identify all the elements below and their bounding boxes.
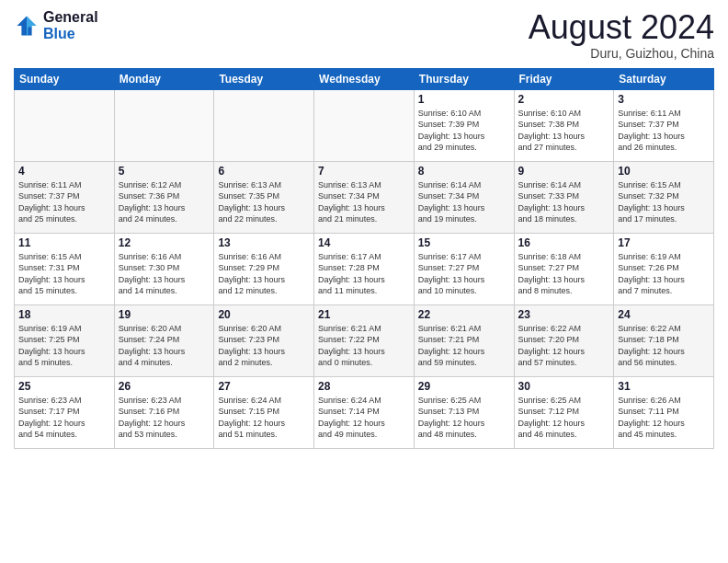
day-info: Sunrise: 6:21 AM Sunset: 7:22 PM Dayligh…	[318, 323, 410, 369]
calendar-cell: 25Sunrise: 6:23 AM Sunset: 7:17 PM Dayli…	[15, 376, 115, 448]
day-number: 22	[418, 308, 510, 321]
day-info: Sunrise: 6:20 AM Sunset: 7:24 PM Dayligh…	[119, 323, 210, 369]
day-info: Sunrise: 6:13 AM Sunset: 7:35 PM Dayligh…	[218, 179, 310, 225]
calendar-cell: 31Sunrise: 6:26 AM Sunset: 7:11 PM Dayli…	[614, 376, 714, 448]
day-info: Sunrise: 6:25 AM Sunset: 7:12 PM Dayligh…	[518, 395, 610, 441]
day-info: Sunrise: 6:21 AM Sunset: 7:21 PM Dayligh…	[418, 323, 510, 369]
day-number: 16	[518, 236, 610, 249]
weekday-friday: Friday	[514, 68, 614, 89]
calendar-cell: 19Sunrise: 6:20 AM Sunset: 7:24 PM Dayli…	[114, 304, 214, 376]
calendar-cell: 23Sunrise: 6:22 AM Sunset: 7:20 PM Dayli…	[514, 304, 614, 376]
calendar-cell: 4Sunrise: 6:11 AM Sunset: 7:37 PM Daylig…	[15, 161, 115, 233]
day-info: Sunrise: 6:13 AM Sunset: 7:34 PM Dayligh…	[318, 179, 410, 225]
day-number: 24	[618, 308, 710, 321]
day-number: 29	[418, 380, 510, 393]
calendar-cell: 15Sunrise: 6:17 AM Sunset: 7:27 PM Dayli…	[414, 233, 514, 304]
logo: General Blue	[14, 9, 98, 42]
day-info: Sunrise: 6:23 AM Sunset: 7:16 PM Dayligh…	[119, 395, 210, 441]
calendar-body: 1Sunrise: 6:10 AM Sunset: 7:39 PM Daylig…	[15, 89, 714, 448]
day-number: 13	[218, 236, 310, 249]
calendar-cell: 1Sunrise: 6:10 AM Sunset: 7:39 PM Daylig…	[414, 89, 514, 161]
day-number: 14	[318, 236, 410, 249]
day-number: 28	[318, 380, 410, 393]
calendar-cell: 24Sunrise: 6:22 AM Sunset: 7:18 PM Dayli…	[614, 304, 714, 376]
calendar-cell: 8Sunrise: 6:14 AM Sunset: 7:34 PM Daylig…	[414, 161, 514, 233]
day-info: Sunrise: 6:23 AM Sunset: 7:17 PM Dayligh…	[18, 395, 110, 441]
day-info: Sunrise: 6:11 AM Sunset: 7:37 PM Dayligh…	[618, 108, 710, 154]
day-number: 2	[518, 93, 610, 106]
calendar-cell: 14Sunrise: 6:17 AM Sunset: 7:28 PM Dayli…	[314, 233, 415, 304]
weekday-monday: Monday	[114, 68, 214, 89]
calendar-cell: 9Sunrise: 6:14 AM Sunset: 7:33 PM Daylig…	[514, 161, 614, 233]
day-number: 25	[18, 380, 110, 393]
calendar-cell: 2Sunrise: 6:10 AM Sunset: 7:38 PM Daylig…	[514, 89, 614, 161]
weekday-thursday: Thursday	[414, 68, 514, 89]
day-info: Sunrise: 6:10 AM Sunset: 7:38 PM Dayligh…	[518, 108, 610, 154]
weekday-tuesday: Tuesday	[214, 68, 314, 89]
day-number: 6	[218, 165, 310, 178]
day-info: Sunrise: 6:24 AM Sunset: 7:14 PM Dayligh…	[318, 395, 410, 441]
calendar-cell: 10Sunrise: 6:15 AM Sunset: 7:32 PM Dayli…	[614, 161, 714, 233]
calendar-cell	[214, 89, 314, 161]
calendar-cell: 21Sunrise: 6:21 AM Sunset: 7:22 PM Dayli…	[314, 304, 415, 376]
day-info: Sunrise: 6:25 AM Sunset: 7:13 PM Dayligh…	[418, 395, 510, 441]
calendar-cell	[114, 89, 214, 161]
day-number: 8	[418, 165, 510, 178]
day-number: 18	[18, 308, 110, 321]
calendar-cell	[15, 89, 115, 161]
header: General Blue August 2024 Duru, Guizhou, …	[14, 9, 714, 61]
day-info: Sunrise: 6:20 AM Sunset: 7:23 PM Dayligh…	[218, 323, 310, 369]
day-info: Sunrise: 6:11 AM Sunset: 7:37 PM Dayligh…	[18, 179, 110, 225]
day-info: Sunrise: 6:22 AM Sunset: 7:18 PM Dayligh…	[618, 323, 710, 369]
calendar-cell: 5Sunrise: 6:12 AM Sunset: 7:36 PM Daylig…	[114, 161, 214, 233]
day-number: 3	[618, 93, 710, 106]
day-info: Sunrise: 6:19 AM Sunset: 7:26 PM Dayligh…	[618, 251, 710, 297]
calendar-cell	[314, 89, 415, 161]
day-info: Sunrise: 6:16 AM Sunset: 7:29 PM Dayligh…	[218, 251, 310, 297]
day-number: 31	[618, 380, 710, 393]
calendar-cell: 18Sunrise: 6:19 AM Sunset: 7:25 PM Dayli…	[15, 304, 115, 376]
calendar-cell: 22Sunrise: 6:21 AM Sunset: 7:21 PM Dayli…	[414, 304, 514, 376]
calendar-cell: 29Sunrise: 6:25 AM Sunset: 7:13 PM Dayli…	[414, 376, 514, 448]
week-row-5: 25Sunrise: 6:23 AM Sunset: 7:17 PM Dayli…	[15, 376, 714, 448]
weekday-sunday: Sunday	[15, 68, 115, 89]
logo-text: General Blue	[43, 9, 98, 42]
calendar-cell: 26Sunrise: 6:23 AM Sunset: 7:16 PM Dayli…	[114, 376, 214, 448]
calendar-cell: 7Sunrise: 6:13 AM Sunset: 7:34 PM Daylig…	[314, 161, 415, 233]
calendar-cell: 20Sunrise: 6:20 AM Sunset: 7:23 PM Dayli…	[214, 304, 314, 376]
calendar-cell: 3Sunrise: 6:11 AM Sunset: 7:37 PM Daylig…	[614, 89, 714, 161]
calendar-cell: 30Sunrise: 6:25 AM Sunset: 7:12 PM Dayli…	[514, 376, 614, 448]
calendar-title: August 2024	[529, 9, 714, 46]
day-info: Sunrise: 6:26 AM Sunset: 7:11 PM Dayligh…	[618, 395, 710, 441]
calendar-cell: 27Sunrise: 6:24 AM Sunset: 7:15 PM Dayli…	[214, 376, 314, 448]
day-number: 23	[518, 308, 610, 321]
day-number: 1	[418, 93, 510, 106]
calendar-cell: 16Sunrise: 6:18 AM Sunset: 7:27 PM Dayli…	[514, 233, 614, 304]
weekday-wednesday: Wednesday	[314, 68, 415, 89]
day-info: Sunrise: 6:19 AM Sunset: 7:25 PM Dayligh…	[18, 323, 110, 369]
weekday-header: SundayMondayTuesdayWednesdayThursdayFrid…	[15, 68, 714, 89]
day-number: 12	[119, 236, 210, 249]
week-row-1: 1Sunrise: 6:10 AM Sunset: 7:39 PM Daylig…	[15, 89, 714, 161]
calendar-cell: 13Sunrise: 6:16 AM Sunset: 7:29 PM Dayli…	[214, 233, 314, 304]
calendar-cell: 28Sunrise: 6:24 AM Sunset: 7:14 PM Dayli…	[314, 376, 415, 448]
week-row-2: 4Sunrise: 6:11 AM Sunset: 7:37 PM Daylig…	[15, 161, 714, 233]
calendar-page: General Blue August 2024 Duru, Guizhou, …	[0, 0, 728, 563]
calendar-subtitle: Duru, Guizhou, China	[529, 46, 714, 61]
day-number: 10	[618, 165, 710, 178]
day-info: Sunrise: 6:24 AM Sunset: 7:15 PM Dayligh…	[218, 395, 310, 441]
day-info: Sunrise: 6:14 AM Sunset: 7:34 PM Dayligh…	[418, 179, 510, 225]
day-number: 5	[119, 165, 210, 178]
day-info: Sunrise: 6:18 AM Sunset: 7:27 PM Dayligh…	[518, 251, 610, 297]
calendar-cell: 6Sunrise: 6:13 AM Sunset: 7:35 PM Daylig…	[214, 161, 314, 233]
day-number: 9	[518, 165, 610, 178]
day-number: 11	[18, 236, 110, 249]
day-info: Sunrise: 6:10 AM Sunset: 7:39 PM Dayligh…	[418, 108, 510, 154]
day-number: 15	[418, 236, 510, 249]
day-number: 7	[318, 165, 410, 178]
day-info: Sunrise: 6:15 AM Sunset: 7:31 PM Dayligh…	[18, 251, 110, 297]
day-info: Sunrise: 6:14 AM Sunset: 7:33 PM Dayligh…	[518, 179, 610, 225]
calendar-cell: 17Sunrise: 6:19 AM Sunset: 7:26 PM Dayli…	[614, 233, 714, 304]
day-number: 26	[119, 380, 210, 393]
day-info: Sunrise: 6:16 AM Sunset: 7:30 PM Dayligh…	[119, 251, 210, 297]
